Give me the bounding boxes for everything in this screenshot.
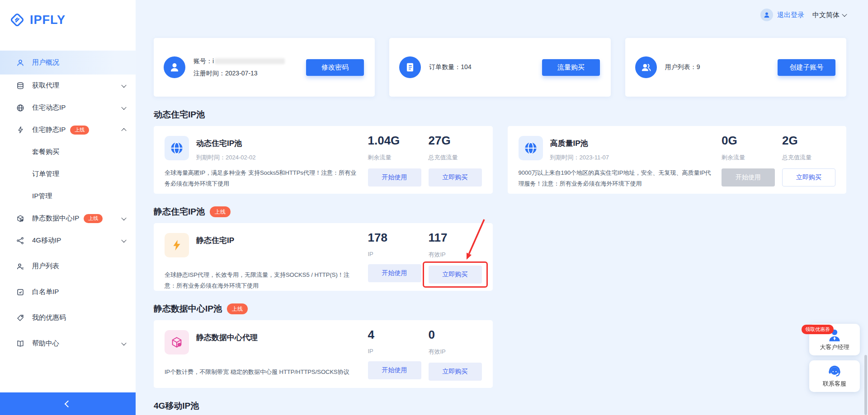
stat-value: 2G: [782, 134, 835, 148]
sidebar-item-my-coupon[interactable]: 我的优惠码: [0, 307, 136, 329]
sidebar-item-residential-static-ip[interactable]: 住宅静态IP 上线: [0, 119, 136, 141]
sidebar-item-help-center[interactable]: 帮助中心: [0, 332, 136, 354]
sidebar-item-label: 住宅静态IP: [32, 126, 66, 134]
language-selector[interactable]: 中文简体: [812, 11, 846, 19]
stat-value: 0G: [722, 134, 775, 148]
stat-value: 1.04G: [368, 134, 421, 148]
floating-widgets: 领取优惠券 大客户经理 联系客服: [809, 324, 860, 392]
chevron-up-icon: [122, 128, 126, 132]
main-content: 退出登录 中文简体 账号：i 注册时间：2023-07-13 修改密码: [136, 0, 868, 415]
scrollbar-thumb[interactable]: [864, 355, 867, 415]
high-quality-pool-card: 高质量IP池 到期时间：2023-11-07 9000万以上来自190个地区的真…: [508, 126, 847, 194]
start-using-button[interactable]: 开始使用: [368, 361, 421, 379]
user-icon: [16, 58, 25, 67]
section-title-text: 动态住宅IP池: [154, 109, 205, 121]
online-badge: 上线: [84, 214, 103, 223]
pool-info: 高质量IP池 到期时间：2023-11-07 9000万以上来自190个地区的真…: [508, 126, 722, 194]
stat-valid-ip: 117 有效IP 立即购买: [429, 223, 482, 291]
users-card: 用户列表：9 创建子账号: [625, 38, 846, 97]
buy-now-button-highlighted[interactable]: 立即购买: [429, 266, 482, 284]
dynamic-residential-row: 动态住宅IP池 到期时间：2024-02-02 全球海量高匿IP，满足多种业务 …: [154, 126, 846, 194]
brand-logo[interactable]: IPFLY: [0, 0, 136, 28]
buy-now-button[interactable]: 立即购买: [782, 168, 835, 187]
key-account-manager-button[interactable]: 领取优惠券 大客户经理: [809, 324, 860, 355]
globe-icon: [165, 136, 189, 160]
online-badge: 上线: [210, 206, 231, 217]
pool-description: 9000万以上来自190个地区的真实住宅IP地址，安全、无复现、高质量IP代理服…: [519, 168, 713, 189]
chevron-down-icon: [122, 342, 126, 345]
avatar[interactable]: [760, 9, 773, 21]
chevron-down-icon: [122, 239, 126, 242]
contact-support-button[interactable]: 联系客服: [809, 360, 860, 392]
sidebar-item-package-purchase[interactable]: 套餐购买: [0, 141, 136, 163]
section-static-datacenter-title: 静态数据中心IP池 上线: [154, 303, 846, 315]
stat-label: 总充值流量: [782, 154, 835, 162]
start-using-button[interactable]: 开始使用: [368, 168, 421, 187]
lightning-icon: [16, 126, 25, 135]
change-password-button[interactable]: 修改密码: [306, 59, 364, 76]
stat-valid-ip: 0 有效IP 立即购买: [429, 320, 482, 388]
pool-title: 高质量IP池: [550, 136, 609, 149]
sidebar-item-whitelist-ip[interactable]: 白名单IP: [0, 281, 136, 303]
create-subaccount-button[interactable]: 创建子账号: [778, 59, 835, 76]
pool-expiry: 到期时间：2023-11-07: [550, 154, 609, 162]
account-card: 账号：i 注册时间：2023-07-13 修改密码: [154, 38, 375, 97]
user-avatar-icon: [164, 56, 185, 78]
brand-name: IPFLY: [30, 13, 66, 27]
ipfly-logo-icon: [9, 12, 25, 28]
sidebar-item-ip-management[interactable]: IP管理: [0, 185, 136, 207]
stat-remaining-traffic: 1.04G 剩余流量 开始使用: [368, 126, 421, 194]
pool-description: IP个数计费，不限制带宽 稳定的数据中心服 HTTP/HTTPS/SOCKS协议: [165, 367, 359, 378]
help-icon: [16, 339, 25, 348]
online-badge: 上线: [227, 303, 248, 314]
section-4g-mobile-title: 4G移动IP池: [154, 400, 846, 412]
database-icon: [16, 81, 25, 90]
sidebar-collapse-button[interactable]: [0, 392, 136, 415]
sidebar-item-get-proxy[interactable]: 获取代理: [0, 75, 136, 97]
section-title-text: 静态住宅IP池: [154, 206, 205, 218]
sidebar-item-label: 帮助中心: [32, 339, 59, 348]
register-time-line: 注册时间：2023-07-13: [193, 70, 306, 78]
sidebar-item-user-overview[interactable]: 用户概况: [0, 51, 136, 75]
buy-now-button[interactable]: 立即购买: [429, 363, 482, 381]
stat-value: 4: [368, 328, 421, 342]
coupon-icon: [16, 313, 25, 322]
sidebar-item-static-datacenter-ip[interactable]: 静态数据中心IP 上线: [0, 207, 136, 229]
sidebar-item-order-management[interactable]: 订单管理: [0, 163, 136, 185]
stat-total-traffic: 2G 总充值流量 立即购买: [782, 126, 835, 194]
cube-icon: [165, 330, 189, 354]
pool-title: 静态数据中心代理: [196, 330, 258, 343]
redacted-account-value: [215, 58, 285, 64]
stat-label: 总充值流量: [429, 154, 482, 162]
start-using-button[interactable]: 开始使用: [368, 264, 421, 282]
start-using-button-disabled[interactable]: 开始使用: [722, 168, 775, 187]
sidebar-item-4g-mobile-ip[interactable]: 4G移动IP: [0, 229, 136, 252]
section-dynamic-residential-title: 动态住宅IP池: [154, 109, 846, 121]
pool-info: 动态住宅IP池 到期时间：2024-02-02 全球海量高匿IP，满足多种业务 …: [154, 126, 368, 194]
sidebar-item-label: 订单管理: [32, 170, 59, 178]
manager-label: 大客户经理: [820, 343, 849, 351]
sidebar-item-residential-dynamic-ip[interactable]: 住宅动态IP: [0, 97, 136, 119]
pool-title: 动态住宅IP池: [196, 136, 256, 149]
account-label: 账号：: [193, 57, 212, 65]
user-icon: [763, 11, 770, 19]
chevron-down-icon: [122, 106, 126, 110]
globe-icon: [16, 103, 25, 112]
stat-label: 剩余流量: [722, 154, 775, 162]
sidebar-item-user-list[interactable]: 用户列表: [0, 255, 136, 277]
stat-label: 有效IP: [429, 251, 482, 259]
stat-value: 117: [429, 231, 482, 245]
globe-icon: [519, 136, 543, 160]
chevron-left-icon: [64, 400, 71, 407]
stat-ip: 178 IP 开始使用: [368, 223, 421, 291]
online-badge: 上线: [70, 126, 89, 135]
buy-traffic-button[interactable]: 流量购买: [542, 59, 600, 76]
topbar: 退出登录 中文简体: [154, 0, 846, 26]
language-label: 中文简体: [812, 11, 840, 19]
section-title-text: 4G移动IP池: [154, 400, 199, 412]
summary-row: 账号：i 注册时间：2023-07-13 修改密码 订单数量：104 流量购买: [154, 38, 846, 97]
coupon-badge[interactable]: 领取优惠券: [802, 325, 834, 334]
users-line: 用户列表：9: [665, 63, 778, 71]
buy-now-button[interactable]: 立即购买: [429, 168, 482, 187]
logout-link[interactable]: 退出登录: [777, 11, 804, 19]
